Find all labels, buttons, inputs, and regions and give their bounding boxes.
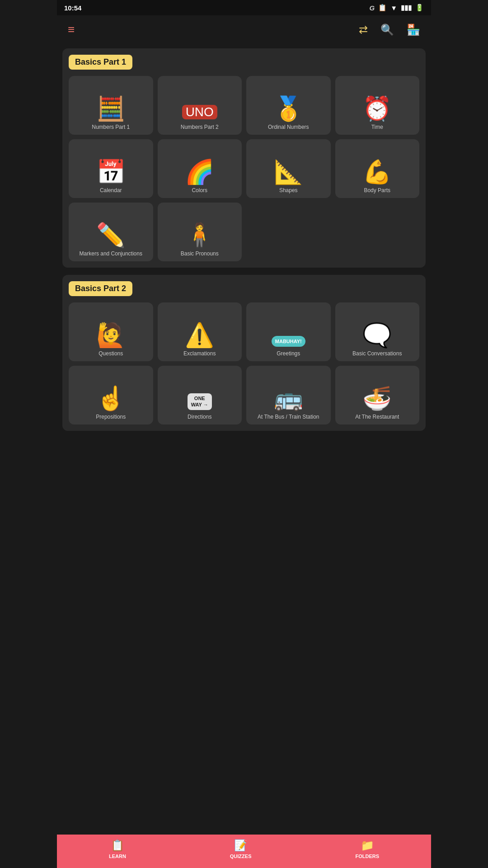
learn-icon: 📋: [111, 839, 124, 852]
calendar-icon: 📅: [96, 160, 126, 184]
header-icons: ⇄ 🔍 🏪: [357, 22, 422, 38]
card-exclamations[interactable]: ⚠️ Exclamations: [158, 302, 242, 361]
exclamations-label: Exclamations: [183, 350, 216, 357]
section-title-basics1: Basics Part 1: [69, 55, 132, 70]
card-pronouns[interactable]: 🧍 Basic Pronouns: [158, 203, 242, 261]
section-basics1: Basics Part 1 🧮 Numbers Part 1 UNO Numbe…: [62, 48, 426, 268]
pronouns-icon: 🧍: [185, 223, 214, 247]
directions-sign: ONEWAY →: [188, 393, 212, 410]
busstation-icon: 🚌: [274, 387, 303, 410]
store-icon: 🏪: [407, 24, 420, 36]
scroll-content: Basics Part 1 🧮 Numbers Part 1 UNO Numbe…: [57, 44, 431, 868]
card-bodyparts[interactable]: 💪 Body Parts: [335, 139, 420, 198]
colors-icon: 🌈: [185, 160, 214, 184]
shapes-icon: 📐: [274, 160, 303, 184]
numbers2-label: Numbers Part 2: [181, 124, 219, 130]
time-icon: ⏰: [362, 97, 392, 120]
greetings-label: Greetings: [277, 350, 300, 357]
status-bar: 10:54 G 📋 ▼ ▮▮▮ 🔋: [57, 0, 431, 15]
busstation-label: At The Bus / Train Station: [258, 414, 319, 420]
numbers1-label: Numbers Part 1: [92, 124, 130, 130]
prepositions-icon: ☝️: [96, 387, 126, 410]
section-title-basics2: Basics Part 2: [69, 281, 132, 296]
directions-label: Directions: [188, 414, 211, 420]
bodyparts-icon: 💪: [362, 160, 392, 184]
questions-icon: 🙋: [96, 323, 126, 347]
nav-quizzes[interactable]: 📝 QUIZZES: [230, 839, 252, 859]
greetings-bubble: MABUHAY!: [272, 336, 305, 347]
bodyparts-label: Body Parts: [364, 187, 390, 193]
card-busstation[interactable]: 🚌 At The Bus / Train Station: [246, 366, 331, 425]
card-shapes[interactable]: 📐 Shapes: [246, 139, 331, 198]
time-label: Time: [371, 124, 383, 130]
restaurant-label: At The Restaurant: [355, 414, 399, 420]
folders-label: FOLDERS: [355, 854, 379, 859]
quizzes-label: QUIZZES: [230, 854, 252, 859]
signal-icon: ▮▮▮: [401, 4, 412, 12]
basics2-grid: 🙋 Questions ⚠️ Exclamations MABUHAY! Gre…: [69, 302, 419, 425]
card-markers[interactable]: ✏️ Markers and Conjunctions: [69, 203, 153, 261]
colors-label: Colors: [192, 187, 207, 193]
card-time[interactable]: ⏰ Time: [335, 76, 420, 135]
status-icons: G 📋 ▼ ▮▮▮ 🔋: [369, 4, 424, 12]
card-colors[interactable]: 🌈 Colors: [158, 139, 242, 198]
time: 10:54: [64, 4, 81, 12]
nav-learn[interactable]: 📋 LEARN: [109, 839, 126, 859]
ordinal-label: Ordinal Numbers: [268, 124, 309, 130]
restaurant-icon: 🍜: [362, 387, 392, 410]
card-numbers2[interactable]: UNO Numbers Part 2: [158, 76, 242, 135]
search-button[interactable]: 🔍: [379, 22, 396, 38]
card-greetings[interactable]: MABUHAY! Greetings: [246, 302, 331, 361]
menu-icon: ≡: [68, 23, 75, 36]
wifi-icon: ▼: [390, 4, 397, 12]
section-basics2: Basics Part 2 🙋 Questions ⚠️ Exclamation…: [62, 275, 426, 431]
shapes-label: Shapes: [279, 187, 298, 193]
calendar-label: Calendar: [100, 187, 122, 193]
markers-label: Markers and Conjunctions: [80, 250, 142, 257]
questions-label: Questions: [99, 350, 123, 357]
card-questions[interactable]: 🙋 Questions: [69, 302, 153, 361]
shuffle-icon: ⇄: [359, 24, 368, 36]
menu-button[interactable]: ≡: [66, 21, 76, 38]
folders-icon: 📁: [361, 839, 374, 852]
conversations-icon: 🗨️: [362, 323, 392, 347]
shuffle-button[interactable]: ⇄: [357, 22, 370, 38]
learn-label: LEARN: [109, 854, 126, 859]
basics1-grid: 🧮 Numbers Part 1 UNO Numbers Part 2 🥇 Or…: [69, 76, 419, 261]
nav-folders[interactable]: 📁 FOLDERS: [355, 839, 379, 859]
numbers2-icon: UNO: [182, 105, 217, 119]
conversations-label: Basic Conversations: [352, 350, 402, 357]
markers-icon: ✏️: [96, 223, 126, 247]
search-icon: 🔍: [380, 24, 394, 36]
card-ordinal[interactable]: 🥇 Ordinal Numbers: [246, 76, 331, 135]
pronouns-label: Basic Pronouns: [181, 250, 219, 257]
numbers1-icon: 🧮: [96, 97, 126, 120]
card-numbers1[interactable]: 🧮 Numbers Part 1: [69, 76, 153, 135]
bottom-nav: 📋 LEARN 📝 QUIZZES 📁 FOLDERS: [57, 835, 431, 868]
prepositions-label: Prepositions: [96, 414, 126, 420]
store-button[interactable]: 🏪: [405, 22, 422, 38]
battery-icon: 🔋: [415, 4, 424, 12]
card-calendar[interactable]: 📅 Calendar: [69, 139, 153, 198]
exclamations-icon: ⚠️: [185, 323, 214, 347]
g-icon: G: [369, 4, 375, 12]
card-prepositions[interactable]: ☝️ Prepositions: [69, 366, 153, 425]
sim-icon: 📋: [378, 4, 387, 12]
card-restaurant[interactable]: 🍜 At The Restaurant: [335, 366, 420, 425]
quizzes-icon: 📝: [234, 839, 248, 852]
card-directions[interactable]: ONEWAY → Directions: [158, 366, 242, 425]
ordinal-icon: 🥇: [274, 97, 303, 120]
header: ≡ ⇄ 🔍 🏪: [57, 15, 431, 44]
card-conversations[interactable]: 🗨️ Basic Conversations: [335, 302, 420, 361]
